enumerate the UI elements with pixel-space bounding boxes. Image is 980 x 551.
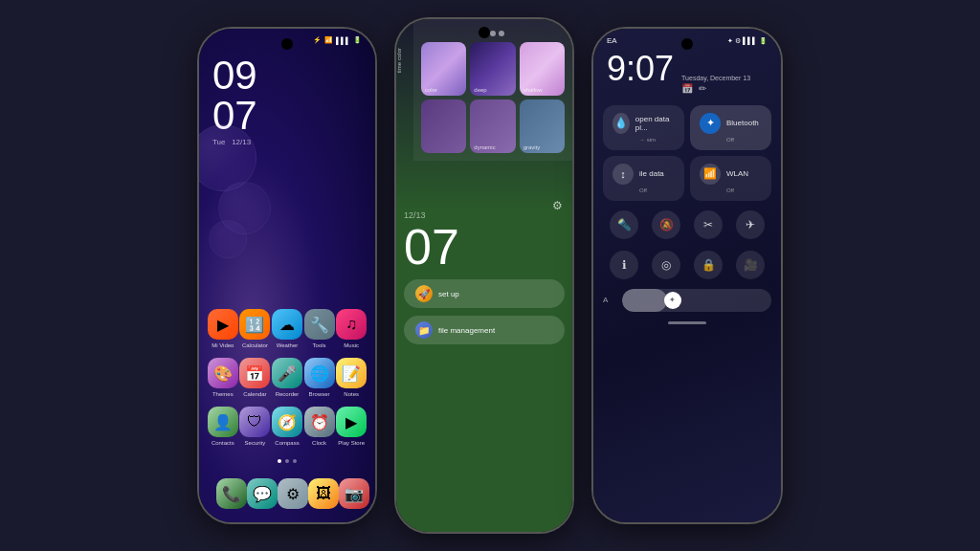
notes-label: Notes <box>344 391 359 397</box>
dock-phone-icon: 📞 <box>216 478 247 509</box>
dock-settings[interactable]: ⚙ <box>278 478 308 509</box>
ctrl-mobiledata-top: ↕ ile data <box>612 164 675 185</box>
app-themes[interactable]: 🎨 Themes <box>208 358 238 397</box>
ctrl-mobiledata-tile[interactable]: ↕ ile data Off <box>603 156 684 201</box>
app-compass[interactable]: 🧭 Compass <box>272 407 302 446</box>
ctrl-data-top: 💧 open data pl... <box>612 113 675 134</box>
app-security[interactable]: 🛡 Security <box>239 407 270 446</box>
wlan-tile-sub: Off <box>700 187 762 193</box>
edit-quick-icon[interactable]: ✏ <box>699 83 706 94</box>
playstore-icon: ▶ <box>336 407 367 437</box>
calendar-quick-icon[interactable]: 📅 <box>681 83 693 94</box>
brightness-bar[interactable]: ✦ <box>622 289 771 312</box>
theme-color[interactable]: color <box>421 42 466 96</box>
dot-2 <box>285 459 289 463</box>
theme-deep-label: deep <box>474 87 486 93</box>
data-tile-sub: → sim <box>612 137 675 143</box>
app-browser[interactable]: 🌐 Browser <box>304 358 335 397</box>
status-dot-3 <box>499 31 504 36</box>
app-row-1: ▶ Mi Video 🔢 Calculator ☁ Weather 🔧 Tool… <box>207 309 368 348</box>
weather-label: Weather <box>277 342 299 348</box>
app-calendar[interactable]: 📅 Calendar <box>239 358 270 397</box>
playstore-label: Play Store <box>338 440 365 446</box>
recorder-label: Recorder <box>276 391 300 397</box>
setup-icon: 🚀 <box>415 285 433 302</box>
file-label: file management <box>438 326 495 335</box>
ctrl-wlan-tile[interactable]: 📶 WLAN Off <box>690 156 771 201</box>
contacts-label: Contacts <box>212 440 234 446</box>
wifi-status-icon: ⚙ <box>735 37 741 45</box>
label-color: color <box>396 48 413 60</box>
mobiledata-tile-icon: ↕ <box>612 164 634 185</box>
wlan-tile-title: WLAN <box>726 169 748 178</box>
theme-deep[interactable]: deep <box>470 42 515 96</box>
signal-status-icon: ▌▌▌ <box>743 37 757 44</box>
ctrl-quick-icons: 📅 ✏ <box>681 83 750 94</box>
bluetooth-tile-title: Bluetooth <box>726 119 759 127</box>
airplane-button[interactable]: ✈ <box>736 210 765 239</box>
dnd-button[interactable]: 🔕 <box>652 210 680 239</box>
ctrl-bluetooth-top: ✦ Bluetooth <box>700 113 762 134</box>
icon-row-2: ℹ ◎ 🔒 🎥 <box>593 245 781 285</box>
setup-button[interactable]: 🚀 set up <box>404 279 565 308</box>
scissors-button[interactable]: ✂ <box>694 210 723 239</box>
dock-messages[interactable]: 💬 <box>247 478 278 509</box>
app-weather[interactable]: ☁ Weather <box>272 309 302 348</box>
phone-1: ⚡ 📶 ▌▌▌ 🔋 09 07 Tue 12/13 ▶ Mi V <box>197 27 377 524</box>
browser-icon: 🌐 <box>304 358 335 388</box>
brightness-handle[interactable]: ✦ <box>664 292 681 309</box>
app-mivideo[interactable]: ▶ Mi Video <box>208 309 238 348</box>
ctrl-date: Tuesday, December 13 <box>681 74 750 83</box>
phone3-clock: 9:07 Tuesday, December 13 📅 ✏ <box>593 47 781 101</box>
security-icon: 🛡 <box>239 407 270 437</box>
app-grid: ▶ Mi Video 🔢 Calculator ☁ Weather 🔧 Tool… <box>199 309 375 446</box>
dock-phone[interactable]: 📞 <box>216 478 247 509</box>
phone-3: EA ✦ ⚙ ▌▌▌ 🔋 9:07 Tuesday, December 13 📅… <box>591 27 783 524</box>
theme-time[interactable] <box>421 99 466 153</box>
app-contacts[interactable]: 👤 Contacts <box>208 407 238 446</box>
app-tools[interactable]: 🔧 Tools <box>304 309 335 348</box>
brightness-label: A <box>603 296 614 304</box>
ctrl-data-tile[interactable]: 💧 open data pl... → sim <box>603 105 684 150</box>
app-clock[interactable]: ⏰ Clock <box>304 407 335 446</box>
gear-button[interactable]: ⚙ <box>552 199 563 212</box>
phone1-screen: ⚡ 📶 ▌▌▌ 🔋 09 07 Tue 12/13 ▶ Mi V <box>199 29 375 522</box>
app-recorder[interactable]: 🎤 Recorder <box>272 358 302 397</box>
dock-camera[interactable]: 📷 <box>339 478 369 509</box>
file-button[interactable]: 📁 file management <box>404 316 565 344</box>
file-icon: 📁 <box>415 321 433 339</box>
tools-icon: 🔧 <box>304 309 335 340</box>
dot-1 <box>278 459 281 463</box>
theme-shallow[interactable]: shallow <box>520 42 565 96</box>
phone3-screen: EA ✦ ⚙ ▌▌▌ 🔋 9:07 Tuesday, December 13 📅… <box>593 29 781 522</box>
dock-camera-icon: 📷 <box>339 478 369 509</box>
theme-gravity[interactable]: gravity <box>520 99 565 153</box>
wifi-icon: 📶 <box>324 36 333 44</box>
clock-label: Clock <box>312 440 326 446</box>
app-row-2: 🎨 Themes 📅 Calendar 🎤 Recorder 🌐 Browser… <box>207 358 368 397</box>
app-music[interactable]: ♫ Music <box>336 309 367 348</box>
location-button[interactable]: ◎ <box>652 251 680 279</box>
ctrl-bluetooth-tile[interactable]: ✦ Bluetooth Off <box>690 105 771 150</box>
setup-label: set up <box>438 290 459 298</box>
flashlight-button[interactable]: 🔦 <box>610 210 638 239</box>
side-labels: color time <box>396 48 413 73</box>
theme-dynamic[interactable]: dynamic <box>470 99 515 153</box>
dock-gallery[interactable]: 🖼 <box>308 478 339 509</box>
info-button[interactable]: ℹ <box>610 251 638 279</box>
bluetooth-tile-sub: Off <box>700 137 762 143</box>
app-calculator[interactable]: 🔢 Calculator <box>239 309 270 348</box>
clock-icon: ⏰ <box>304 407 335 437</box>
dock: 📞 💬 ⚙ 🖼 📷 <box>199 478 375 509</box>
themes-label: Themes <box>212 391 234 397</box>
themes-icon: 🎨 <box>208 358 238 388</box>
video-button[interactable]: 🎥 <box>736 251 765 279</box>
brightness-fill <box>622 289 667 312</box>
brightness-row: A ✦ <box>593 285 781 316</box>
mivideo-icon: ▶ <box>208 309 238 340</box>
dock-gallery-icon: 🖼 <box>308 478 339 509</box>
app-playstore[interactable]: ▶ Play Store <box>336 407 367 446</box>
lock-button[interactable]: 🔒 <box>694 251 723 279</box>
theme-shallow-label: shallow <box>523 87 543 93</box>
app-notes[interactable]: 📝 Notes <box>336 358 367 397</box>
